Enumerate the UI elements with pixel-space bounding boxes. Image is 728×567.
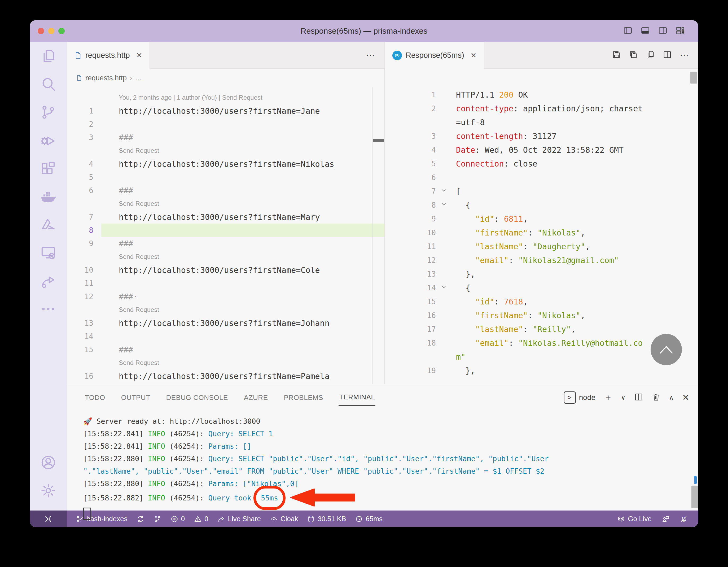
line-number: 4	[385, 146, 438, 154]
fold-slot	[438, 284, 450, 292]
more-actions-icon[interactable]: ⋯	[680, 50, 689, 60]
activity-remote-explorer-button[interactable]	[40, 244, 56, 261]
line-number: 1	[385, 90, 438, 99]
activity-run-debug-button[interactable]	[40, 132, 56, 148]
overview-ruler[interactable]	[372, 87, 384, 384]
scrollbar-thumb[interactable]	[690, 72, 697, 83]
codelens-text[interactable]: Send Request	[101, 147, 159, 154]
codelens-row[interactable]: Send Request	[67, 197, 384, 210]
panel-tab-debug-console[interactable]: DEBUG CONSOLE	[166, 390, 229, 406]
request-url-link[interactable]: http://localhost:3000/users?firstName=Pa…	[101, 372, 330, 381]
response-editor[interactable]: 1HTTP/1.1 200 OK2content-type: applicati…	[385, 69, 698, 384]
terminal-line: [15:58:22.841] INFO (46254): Params: []	[83, 440, 688, 453]
close-tab-icon[interactable]: ✕	[471, 51, 477, 60]
activity-azure-button[interactable]	[40, 216, 56, 233]
activity-account-button[interactable]	[40, 454, 56, 471]
activity-docker-button[interactable]	[40, 188, 56, 205]
code-text: HTTP/1.1 200 OK	[450, 90, 528, 99]
customize-layout-button[interactable]	[676, 26, 685, 36]
docker-icon	[40, 188, 56, 205]
codelens-row[interactable]: Send Request	[67, 356, 384, 370]
activity-search-button[interactable]	[40, 76, 56, 92]
codelens-text[interactable]: Send Request	[101, 253, 159, 260]
toggle-panel-icon	[641, 26, 650, 35]
terminal[interactable]: 🚀 Server ready at: http://localhost:3000…	[67, 411, 698, 520]
activity-extensions-button[interactable]	[40, 160, 56, 177]
line-number: 4	[67, 160, 101, 168]
codelens-text[interactable]: Send Request	[101, 359, 159, 367]
fold-chevron-icon[interactable]	[440, 284, 447, 291]
maximize-panel-icon[interactable]: ∧	[669, 394, 674, 401]
panel-tab-problems[interactable]: PROBLEMS	[283, 390, 324, 406]
split-editor-button[interactable]	[663, 50, 672, 60]
activity-source-control-button[interactable]	[40, 104, 56, 120]
request-url-link[interactable]: http://localhost:3000/users?firstName=Ja…	[101, 106, 320, 116]
terminal-find-marker	[694, 476, 697, 484]
panel-tab-terminal[interactable]: TERMINAL	[339, 389, 375, 406]
terminal-line	[83, 507, 688, 520]
editor-line: 7http://localhost:3000/users?firstName=M…	[67, 210, 384, 223]
new-terminal-button[interactable]: ＋	[604, 392, 612, 403]
line-number: 5	[67, 173, 101, 182]
workbench: requests.http ✕ ⋯ requests.http › ...	[30, 42, 698, 511]
codelens-row[interactable]: You, 2 months ago | 1 author (You) | Sen…	[67, 91, 384, 104]
line-number: 15	[385, 297, 438, 306]
response-line: 13 },	[385, 267, 698, 281]
codelens-row[interactable]: Send Request	[67, 303, 384, 317]
copy-response-button[interactable]	[646, 50, 655, 60]
toggle-primary-sidebar-button[interactable]	[623, 26, 633, 36]
screenshot-stage: Response(65ms) — prisma-indexes	[0, 0, 728, 567]
save-all-button[interactable]	[629, 50, 638, 60]
request-url-link[interactable]: http://localhost:3000/users?firstName=Ni…	[101, 159, 334, 169]
run-debug-icon	[40, 132, 56, 148]
terminal-shell-chip[interactable]: > node	[564, 392, 595, 404]
activity-more-button[interactable]	[40, 301, 56, 317]
panel-tab-output[interactable]: OUTPUT	[121, 390, 151, 406]
response-line: 16 "firstName": "Nikolas",	[385, 309, 698, 322]
terminal-line: [15:58:22.882] INFO (46254): Query took5…	[83, 490, 688, 507]
line-number: 15	[67, 345, 101, 354]
terminal-scrollbar-thumb[interactable]	[691, 486, 698, 508]
remote-indicator[interactable]	[30, 511, 67, 527]
fold-chevron-icon[interactable]	[440, 201, 447, 208]
editor-groups: requests.http ✕ ⋯ requests.http › ...	[67, 42, 698, 384]
breadcrumb-file[interactable]: requests.http	[85, 74, 127, 82]
more-editor-actions-icon[interactable]: ⋯	[366, 50, 375, 60]
breadcrumb-more[interactable]: ...	[135, 74, 141, 82]
activity-live-share-button[interactable]	[40, 272, 56, 289]
line-number: 12	[385, 256, 438, 265]
requests-editor[interactable]: You, 2 months ago | 1 author (You) | Sen…	[67, 87, 384, 384]
remote-explorer-icon	[40, 244, 56, 261]
kill-terminal-button[interactable]	[652, 393, 661, 403]
close-tab-icon[interactable]: ✕	[136, 51, 142, 60]
panel-tab-azure[interactable]: AZURE	[243, 390, 269, 406]
save-button[interactable]	[612, 50, 621, 60]
tab-requests-http[interactable]: requests.http ✕	[67, 42, 150, 69]
toggle-secondary-sidebar-button[interactable]	[658, 26, 668, 36]
split-terminal-button[interactable]	[634, 393, 643, 403]
codelens-text[interactable]: You, 2 months ago | 1 author (You) | Sen…	[101, 94, 262, 101]
codelens-text[interactable]: Send Request	[101, 200, 159, 207]
response-line: 10 "firstName": "Nikolas",	[385, 226, 698, 239]
editor-line: 11	[67, 276, 384, 290]
request-url-link[interactable]: http://localhost:3000/users?firstName=Jo…	[101, 319, 330, 328]
request-url-link[interactable]: http://localhost:3000/users?firstName=Ma…	[101, 212, 320, 222]
scroll-to-top-button[interactable]	[651, 334, 682, 365]
toggle-panel-button[interactable]	[641, 26, 650, 36]
close-panel-icon[interactable]: ✕	[682, 393, 689, 403]
request-url-link[interactable]: http://localhost:3000/users?firstName=Co…	[101, 265, 320, 275]
extensions-icon	[40, 160, 56, 177]
fold-chevron-icon[interactable]	[440, 187, 447, 194]
breadcrumb[interactable]: requests.http › ...	[67, 69, 384, 87]
codelens-row[interactable]: Send Request	[67, 144, 384, 157]
activity-explorer-button[interactable]	[40, 48, 56, 64]
panel-tab-todo[interactable]: TODO	[84, 390, 106, 406]
terminal-cursor	[83, 508, 91, 520]
terminal-dropdown-icon[interactable]: ∨	[621, 394, 626, 401]
activity-settings-button[interactable]	[40, 482, 56, 499]
codelens-text[interactable]: Send Request	[101, 306, 159, 314]
tab-response[interactable]: {R} Response(65ms) ✕	[385, 42, 484, 69]
line-number: 8	[67, 226, 101, 235]
right-tabstrip: {R} Response(65ms) ✕ ⋯	[385, 42, 698, 69]
codelens-row[interactable]: Send Request	[67, 250, 384, 263]
